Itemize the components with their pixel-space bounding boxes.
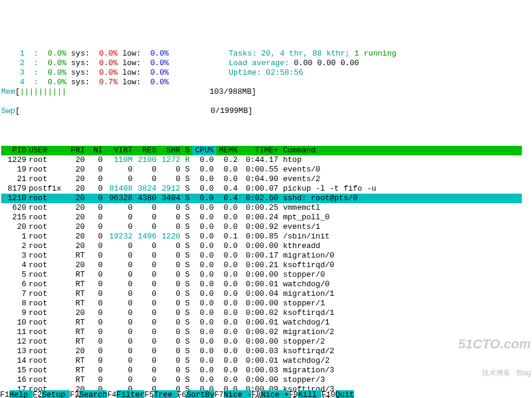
table-row[interactable]: 15rootRT0000S0.00.00:00.03migration/3 <box>1 366 522 375</box>
table-row[interactable]: 10rootRT0000S0.00.00:00.01watchdog/1 <box>1 318 522 327</box>
fkey-F4: F4 <box>107 390 116 398</box>
table-row[interactable]: 8rootRT0000S0.00.00:00.00stopper/1 <box>1 299 522 308</box>
table-row[interactable]: 215root200000S0.00.00:00.24mpt_poll_0 <box>1 213 522 222</box>
col-pid: PID <box>1 146 29 155</box>
col-ni: NI <box>87 146 105 155</box>
col-user: USER <box>29 146 67 155</box>
table-row[interactable]: 14rootRT0000S0.00.00:00.01watchdog/2 <box>1 356 522 366</box>
loadavg-label: Load average: <box>229 59 294 68</box>
table-row[interactable]: 13root200000S0.00.00:00.03ksoftirqd/2 <box>1 347 522 356</box>
table-row[interactable]: 11rootRT0000S0.00.00:00.02migration/2 <box>1 327 522 337</box>
table-row[interactable]: 5rootRT0000S0.00.00:00.00stopper/0 <box>1 270 522 280</box>
col-s: S <box>183 146 192 155</box>
table-row[interactable]: 20root200000S0.00.00:00.92events/1 <box>1 222 522 232</box>
fkey-F3: F3 <box>70 390 79 398</box>
table-row[interactable]: 2root200000S0.00.00:00.00kthreadd <box>1 241 522 251</box>
table-row[interactable]: 1root2001923214961220S0.00.10:00.85/sbin… <box>1 232 522 241</box>
fkey-label[interactable]: Nice + <box>261 390 289 398</box>
col-pri: PRI <box>67 146 87 155</box>
fkey-F5: F5 <box>144 390 154 398</box>
fkey-F1: F1 <box>0 390 10 398</box>
table-row[interactable]: 4root200000S0.00.00:00.21ksoftirqd/0 <box>1 261 522 270</box>
table-row[interactable]: 1210root2009632843803404S0.00.40:02.60ss… <box>1 194 522 203</box>
col-shr: SHR <box>159 146 183 155</box>
fkey-F9: F9 <box>289 390 299 398</box>
table-row[interactable]: 19root200000S0.00.00:00.55events/0 <box>1 165 522 174</box>
table-row[interactable]: 8179postfix2008140838242912S0.00.40:00.0… <box>1 184 522 194</box>
tasks-value: 20, 4 thr, 88 kthr; <box>262 49 355 58</box>
uptime-label: Uptime: <box>229 68 266 77</box>
table-row[interactable]: 3rootRT0000S0.00.00:00.17migration/0 <box>1 251 522 261</box>
fkey-F6: F6 <box>177 390 187 398</box>
table-row[interactable]: 7rootRT0000S0.00.00:00.04migration/1 <box>1 289 522 299</box>
process-table[interactable]: PIDUSERPRINIVIRTRESSHRSCPU%MEM%TIME+Comm… <box>1 146 522 398</box>
table-header[interactable]: PIDUSERPRINIVIRTRESSHRSCPU%MEM%TIME+Comm… <box>1 146 522 155</box>
col-cmd: Command <box>281 146 522 155</box>
memory-meter: Mem[||||||||||103/988MB] <box>1 87 532 97</box>
table-row[interactable]: 620root200000S0.00.00:00.25vmmemctl <box>1 203 522 213</box>
fkey-label[interactable]: SortBy <box>186 390 214 398</box>
table-row[interactable]: 21root200000S0.00.00:04.90events/2 <box>1 174 522 184</box>
fkey-label[interactable]: Search <box>79 390 107 398</box>
fkey-label[interactable]: Setup <box>42 390 70 398</box>
col-res: RES <box>135 146 159 155</box>
fkey-F2: F2 <box>33 390 42 398</box>
table-row[interactable]: 9root200000S0.00.00:00.02ksoftirqd/1 <box>1 308 522 318</box>
col-virt: VIRT <box>105 146 135 155</box>
col-mem: MEM% <box>216 146 240 155</box>
tasks-label: Tasks: <box>229 49 262 58</box>
fkey-F8: F8 <box>251 390 261 398</box>
col-time: TIME+ <box>240 146 281 155</box>
summary-lines: Tasks: 20, 4 thr, 88 kthr; 1 running Loa… <box>229 49 396 78</box>
swap-meter: Swp[0/1999MB] <box>1 106 532 116</box>
table-row[interactable]: 1229root200110M21001272R0.00.20:44.17hto… <box>1 155 522 165</box>
fkey-label[interactable]: Tree <box>154 390 177 398</box>
table-row[interactable]: 6rootRT0000S0.00.00:00.01watchdog/0 <box>1 280 522 289</box>
watermark: 51CTO.com 技术博客 Blog <box>458 320 531 387</box>
fkey-label[interactable]: Kill <box>298 390 321 398</box>
loadavg-values: 0.00 0.00 0.00 <box>294 59 359 68</box>
function-key-bar[interactable]: F1Help F2Setup F3SearchF4FilterF5Tree F6… <box>0 390 532 398</box>
fkey-F10: F10 <box>321 390 335 398</box>
uptime-value: 02:58:56 <box>266 68 303 77</box>
fkey-label[interactable]: Help <box>10 390 33 398</box>
col-cpu: CPU% <box>192 146 216 155</box>
fkey-label[interactable]: Nice - <box>224 390 252 398</box>
tasks-running: 1 running <box>355 49 396 58</box>
header-section: 1 : 0.0% sys: 0.0% low: 0.0% 2 : 0.0% sy… <box>1 39 532 125</box>
fkey-F7: F7 <box>214 390 224 398</box>
fkey-label[interactable]: Quit <box>336 390 354 398</box>
table-row[interactable]: 12rootRT0000S0.00.00:00.00stopper/2 <box>1 337 522 347</box>
table-row[interactable]: 16rootRT0000S0.00.00:00.00stopper/3 <box>1 375 522 385</box>
cpu-meters: 1 : 0.0% sys: 0.0% low: 0.0% 2 : 0.0% sy… <box>11 49 169 87</box>
fkey-label[interactable]: Filter <box>116 390 144 398</box>
